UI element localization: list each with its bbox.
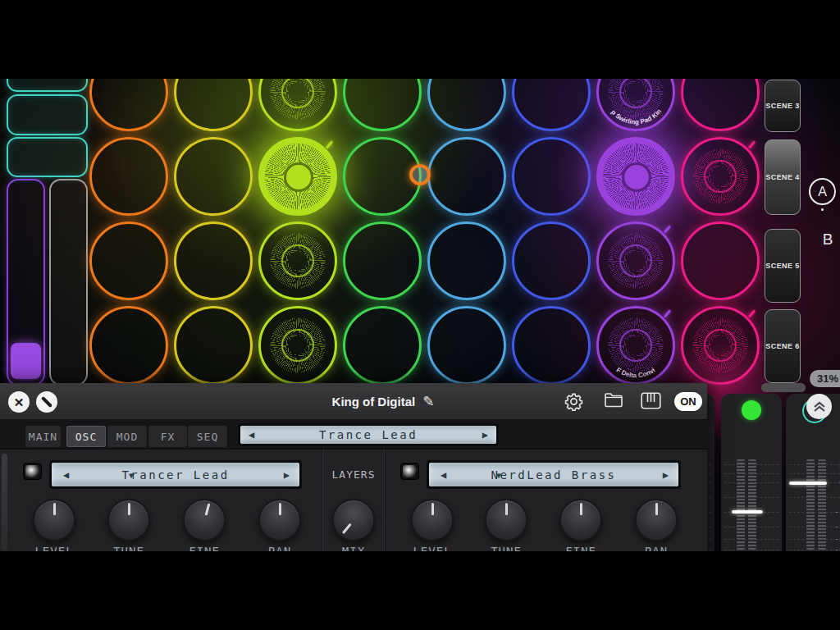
tab-bar: MAIN OSC MOD FX SEQ ◀ Trance Lead ▶ bbox=[0, 420, 707, 449]
layer2-fine-knob[interactable] bbox=[559, 499, 602, 541]
knob-label: MIX bbox=[327, 545, 380, 551]
layer2-next-arrow[interactable]: ▶ bbox=[663, 469, 669, 481]
scene-4-button[interactable]: SCENE 4 bbox=[765, 139, 801, 215]
pad-c2-r2[interactable] bbox=[174, 137, 253, 216]
purple-fader[interactable] bbox=[7, 179, 45, 386]
battery-badge: 31% bbox=[810, 370, 840, 387]
scene-6-label: SCENE 6 bbox=[765, 342, 799, 350]
pencil-icon[interactable]: ✎ bbox=[422, 393, 434, 410]
side-pad-button-3[interactable] bbox=[7, 137, 88, 177]
layer1-pan-knob[interactable] bbox=[258, 499, 301, 541]
knob-cell: MIX bbox=[327, 499, 380, 551]
pad-c5-r1[interactable] bbox=[427, 79, 506, 131]
knob-label: FINE bbox=[178, 545, 231, 551]
pad-c7-r1[interactable]: Mp Swirling Pad King bbox=[596, 79, 675, 131]
pad-c8-r3[interactable] bbox=[681, 221, 760, 300]
close-button[interactable]: ✕ bbox=[8, 391, 30, 413]
pad-c1-r4[interactable] bbox=[89, 306, 168, 385]
scene-3-label: SCENE 3 bbox=[765, 102, 799, 110]
layer-a-button[interactable]: A bbox=[809, 178, 836, 205]
piano-icon[interactable] bbox=[641, 392, 661, 409]
preset-next-arrow[interactable]: ▶ bbox=[482, 429, 488, 441]
layer1-enable-led[interactable] bbox=[23, 463, 42, 480]
pad-c3-r1[interactable] bbox=[258, 79, 337, 131]
layer1-name: Trancer Lead bbox=[121, 468, 229, 482]
pad-c5-r2[interactable] bbox=[427, 137, 506, 216]
db-gridline bbox=[724, 527, 778, 527]
pad-c2-r1[interactable] bbox=[174, 79, 253, 131]
gear-icon[interactable] bbox=[564, 392, 583, 411]
pad-c2-r4[interactable] bbox=[174, 306, 253, 385]
pad-c1-r1[interactable] bbox=[89, 79, 168, 131]
scene-5-button[interactable]: SCENE 5 bbox=[765, 229, 801, 303]
pad-c4-r3[interactable] bbox=[343, 221, 422, 300]
pad-c3-r2[interactable] bbox=[258, 137, 337, 216]
collapse-button[interactable] bbox=[806, 394, 832, 419]
pad-c7-r4[interactable]: F Delta Convi bbox=[596, 306, 675, 385]
pad-c6-r3[interactable] bbox=[512, 221, 591, 300]
preset-selector[interactable]: ◀ Trance Lead ▶ bbox=[238, 423, 499, 446]
db-gridline bbox=[789, 473, 840, 474]
tab-fx[interactable]: FX bbox=[148, 426, 187, 447]
on-button[interactable]: ON bbox=[674, 392, 702, 411]
layer2-dropdown-icon[interactable]: ▼ bbox=[496, 470, 501, 479]
pad-c8-r4[interactable] bbox=[681, 306, 760, 385]
layer1-fine-knob[interactable] bbox=[183, 499, 226, 541]
slash-circle-button[interactable] bbox=[36, 391, 57, 413]
layer1-selector[interactable]: ◀ ▼ Trancer Lead ▶ bbox=[49, 460, 302, 489]
scene-5-label: SCENE 5 bbox=[765, 262, 799, 270]
tab-mod[interactable]: MOD bbox=[107, 426, 147, 447]
channel-fader[interactable] bbox=[732, 510, 763, 514]
preset-prev-arrow[interactable]: ◀ bbox=[249, 429, 254, 441]
touch-cursor bbox=[409, 164, 431, 185]
pad-c5-r4[interactable] bbox=[427, 306, 506, 385]
tab-osc[interactable]: OSC bbox=[66, 426, 106, 447]
pad-c6-r2[interactable] bbox=[512, 137, 591, 216]
master-fader[interactable] bbox=[789, 482, 827, 485]
pad-c8-r2[interactable] bbox=[681, 137, 760, 216]
knob-label: PAN bbox=[253, 545, 306, 551]
mixer-strip-master[interactable]: 2412dB-6-12-18-24-42 bbox=[786, 394, 840, 551]
mixer-strip-1[interactable] bbox=[721, 394, 782, 551]
gray-fader[interactable] bbox=[49, 179, 88, 386]
layer-b-button[interactable]: B bbox=[819, 231, 836, 249]
layer1-next-arrow[interactable]: ▶ bbox=[284, 469, 290, 481]
pad-c7-r2[interactable] bbox=[596, 137, 675, 216]
channel-on-indicator[interactable] bbox=[742, 400, 761, 420]
scene-3-button[interactable]: SCENE 3 bbox=[765, 80, 801, 132]
pad-c2-r3[interactable] bbox=[174, 221, 253, 300]
layers-mix-knob[interactable] bbox=[332, 499, 375, 541]
folder-icon[interactable] bbox=[604, 392, 623, 409]
layer2-enable-led[interactable] bbox=[400, 463, 419, 480]
layer2-prev-arrow[interactable]: ◀ bbox=[441, 469, 446, 481]
pad-c3-r3[interactable] bbox=[258, 221, 337, 300]
pad-c4-r1[interactable] bbox=[343, 79, 422, 131]
layer1-prev-arrow[interactable]: ◀ bbox=[63, 469, 69, 481]
svg-text:F Delta Convi: F Delta Convi bbox=[615, 366, 657, 379]
layer2-pan-knob[interactable] bbox=[635, 499, 678, 541]
pad-c1-r3[interactable] bbox=[89, 221, 168, 300]
knob-label: LEVEL bbox=[406, 545, 459, 551]
pad-c5-r3[interactable] bbox=[427, 221, 506, 300]
pad-c7-r3[interactable] bbox=[596, 221, 675, 300]
layer1-dropdown-icon[interactable]: ▼ bbox=[129, 470, 134, 479]
pad-c4-r4[interactable] bbox=[343, 306, 422, 385]
layer2-tune-knob[interactable] bbox=[485, 499, 527, 541]
panel-side-handle[interactable] bbox=[2, 454, 7, 550]
pad-c6-r1[interactable] bbox=[512, 79, 591, 131]
pad-c1-r2[interactable] bbox=[89, 137, 168, 216]
purple-fader-thumb[interactable] bbox=[11, 343, 41, 379]
side-pad-button-2[interactable] bbox=[7, 94, 88, 135]
tab-main[interactable]: MAIN bbox=[25, 426, 61, 447]
scene-6-button[interactable]: SCENE 6 bbox=[765, 309, 801, 383]
pad-c8-r1[interactable] bbox=[681, 79, 760, 131]
tab-seq[interactable]: SEQ bbox=[188, 426, 227, 447]
layer2-selector[interactable]: ◀ ▼ NerdLead Brass ▶ bbox=[427, 460, 681, 489]
db-gridline bbox=[789, 464, 840, 465]
layer1-level-knob[interactable] bbox=[33, 499, 75, 541]
layer2-level-knob[interactable] bbox=[411, 499, 454, 541]
pad-c6-r4[interactable] bbox=[512, 306, 591, 385]
side-pad-button-1[interactable] bbox=[7, 79, 88, 92]
layer1-tune-knob[interactable] bbox=[107, 499, 150, 541]
pad-c3-r4[interactable] bbox=[258, 306, 337, 385]
